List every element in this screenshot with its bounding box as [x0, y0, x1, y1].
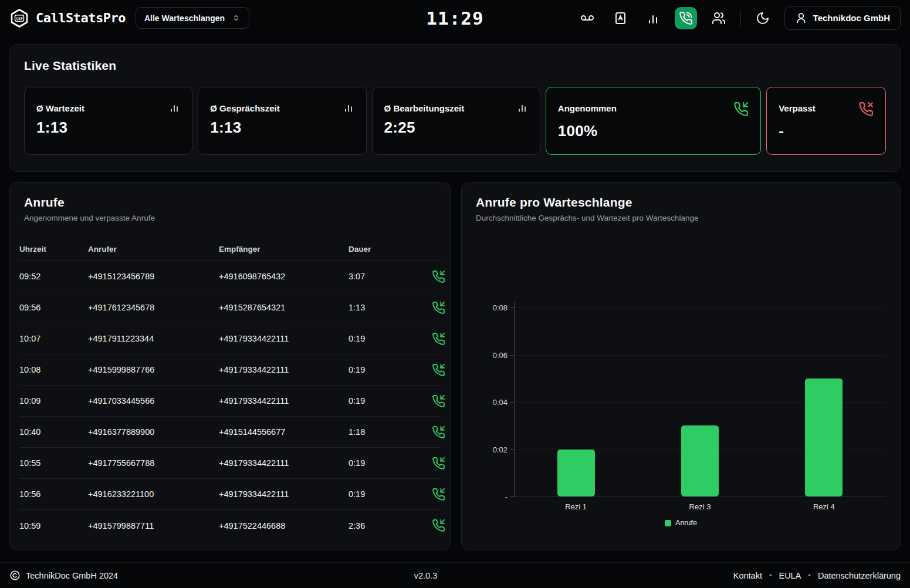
stat-value: -	[779, 122, 874, 140]
table-row: 10:59+4915799887711+49175224466882:36	[19, 510, 441, 541]
stat-label: Ø Gesprächszeit	[210, 102, 279, 113]
legend-label: Anrufe	[675, 519, 697, 527]
column-header-2: Empfänger	[219, 245, 349, 254]
cell-caller: +4917755667788	[88, 458, 219, 468]
table-row: 10:07+4917911223344+491793344221110:19	[19, 323, 441, 354]
cell-duration: 0:19	[349, 458, 432, 468]
stat-label: Angenommen	[558, 102, 617, 113]
table-row: 10:56+4916233221100+491793344221110:19	[19, 479, 441, 510]
queue-chart-panel: Anrufe pro Warteschlange Durchschnittlic…	[461, 182, 901, 550]
queue-selector[interactable]: Alle Warteschlangen	[136, 7, 249, 29]
footer-link-1[interactable]: EULA	[779, 571, 801, 580]
cell-duration: 0:19	[349, 489, 432, 499]
users-icon	[712, 11, 726, 25]
cell-caller: +4917033445566	[88, 396, 219, 405]
account-button[interactable]: Technikdoc GmbH	[784, 6, 901, 30]
bar-chart-button[interactable]	[642, 7, 664, 29]
phone-incoming-icon	[432, 425, 445, 439]
gridline-0:08	[514, 307, 886, 308]
y-tick-label: -	[505, 492, 508, 501]
stat-card-header: Ø Gesprächszeit	[210, 102, 354, 113]
bar-chart-icon	[646, 11, 660, 25]
users-button[interactable]	[708, 7, 730, 29]
cell-time: 10:07	[19, 334, 88, 343]
cell-time: 10:59	[19, 521, 88, 530]
cell-duration: 1:18	[349, 427, 432, 437]
table-row: 10:08+4915999887766+491793344221110:19	[19, 354, 441, 386]
stat-card-header: Angenommen	[558, 102, 749, 117]
cell-caller: +4915123456789	[88, 272, 219, 281]
cell-receiver: +49179334422111	[219, 365, 349, 374]
cell-time: 10:55	[19, 458, 88, 468]
cell-receiver: +49179334422111	[219, 334, 349, 343]
y-tick-label: 0:06	[493, 350, 508, 359]
calls-panel: Anrufe Angenommene und verpasste Anrufe …	[9, 182, 451, 550]
legend-swatch	[665, 520, 671, 526]
stat-label: Ø Wartezeit	[36, 102, 84, 113]
queue-selector-value: Alle Warteschlangen	[144, 13, 225, 23]
cell-receiver: +4915287654321	[219, 303, 349, 312]
bar-chart-icon	[168, 102, 180, 113]
cell-time: 10:56	[19, 489, 88, 499]
cell-caller: +4917612345678	[88, 303, 219, 312]
cell-duration: 0:19	[349, 334, 432, 343]
column-header-1: Anrufer	[88, 245, 219, 254]
chart-title: Anrufe pro Warteschlange	[476, 195, 886, 209]
moon-icon	[756, 11, 770, 25]
y-tick-mark	[510, 355, 514, 356]
stat-card-header: Verpasst	[779, 102, 874, 117]
cell-time: 09:56	[19, 303, 88, 312]
bar-chart-icon	[516, 102, 528, 113]
cell-receiver: +49179334422111	[219, 458, 349, 468]
y-tick-mark	[510, 307, 514, 308]
phone-incoming-icon	[432, 363, 445, 377]
footer-link-2[interactable]: Datenschutzerklärung	[818, 571, 901, 580]
stat-label: Ø Bearbeitungszeit	[384, 102, 465, 113]
chart-plot: 0:080:060:040:02-	[514, 302, 886, 496]
stat-value: 1:13	[210, 119, 354, 137]
chart-x-labels: Rezi 1Rezi 3Rezi 4	[514, 502, 886, 511]
cell-duration: 2:36	[349, 521, 432, 530]
calls-table-header: UhrzeitAnruferEmpfängerDauer	[19, 238, 441, 261]
x-axis-label: Rezi 4	[762, 502, 886, 511]
cell-duration: 3:07	[349, 272, 432, 281]
cell-caller: +4915799887711	[88, 521, 219, 530]
user-icon	[795, 12, 807, 24]
y-axis-line	[514, 302, 515, 496]
footer-link-0[interactable]: Kontakt	[733, 571, 762, 580]
phone-call-icon	[679, 11, 693, 25]
cell-time: 09:52	[19, 272, 88, 281]
stat-value: 100%	[558, 122, 749, 140]
calls-subtitle: Angenommene und verpasste Anrufe	[24, 214, 441, 222]
phone-incoming-icon	[432, 301, 445, 315]
app-logo-icon: CSP	[9, 8, 29, 28]
y-tick-mark	[510, 450, 514, 450]
cell-time: 10:40	[19, 427, 88, 437]
y-tick-label: 0:08	[493, 303, 508, 312]
footer-links: Kontakt•EULA•Datenschutzerklärung	[733, 571, 901, 580]
contacts-button[interactable]	[609, 7, 631, 29]
account-name: Technikdoc GmbH	[813, 13, 890, 23]
cell-receiver: +4916098765432	[219, 272, 349, 281]
gridline-0:06	[514, 355, 886, 356]
column-header-0: Uhrzeit	[19, 245, 88, 254]
copyright-icon	[9, 570, 21, 581]
table-row: 10:40+4916377889900+49151445566771:18	[19, 417, 441, 448]
stat-cards: Ø Wartezeit1:13Ø Gesprächszeit1:13Ø Bear…	[24, 87, 886, 155]
header-toolbar: Technikdoc GmbH	[576, 6, 901, 30]
table-row: 10:09+4917033445566+491793344221110:19	[19, 386, 441, 417]
voicemail-button[interactable]	[576, 7, 598, 29]
theme-toggle-button[interactable]	[752, 7, 774, 29]
phone-incoming-icon	[432, 519, 445, 532]
phone-call-button[interactable]	[675, 7, 697, 29]
x-axis-label: Rezi 1	[514, 502, 638, 511]
phone-incoming-icon	[432, 332, 445, 346]
y-tick-label: 0:04	[493, 398, 508, 407]
cell-time: 10:08	[19, 365, 88, 374]
cell-caller: +4916233221100	[88, 489, 219, 499]
app-footer: TechnikDoc GmbH 2024 v2.0.3 Kontakt•EULA…	[0, 562, 910, 588]
phone-incoming-icon	[432, 488, 445, 501]
cell-receiver: +4915144556677	[219, 427, 349, 437]
copyright: TechnikDoc GmbH 2024	[9, 570, 118, 581]
stat-card-default-2: Ø Bearbeitungszeit2:25	[372, 87, 540, 155]
